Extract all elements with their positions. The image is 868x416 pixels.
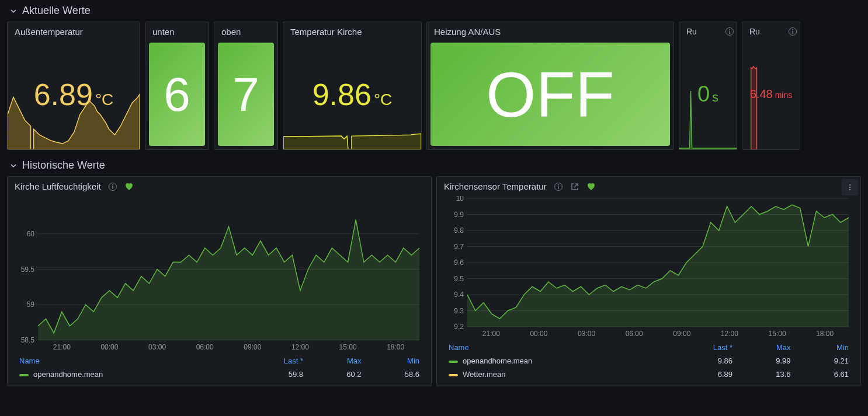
legend-value: 9.86: [668, 354, 737, 368]
section-header-current[interactable]: Aktuelle Werte: [0, 0, 868, 22]
legend-row[interactable]: openandhome.mean59.860.258.6: [15, 368, 424, 381]
series-swatch: [449, 374, 458, 376]
svg-text:9.7: 9.7: [454, 243, 464, 251]
legend-header[interactable]: Min: [796, 341, 853, 354]
heating-value: OFF: [430, 43, 670, 146]
chart-plot-temperature[interactable]: 9.29.39.49.59.69.79.89.91021:0000:0003:0…: [444, 196, 853, 338]
svg-text:18:00: 18:00: [387, 343, 404, 351]
panel-title: Außentemperatur: [8, 22, 140, 39]
legend-value: 6.89: [668, 368, 737, 381]
svg-text:58.5: 58.5: [21, 336, 35, 344]
svg-text:9.5: 9.5: [454, 275, 464, 283]
panel-title: Ru: [742, 22, 800, 39]
series-swatch: [19, 374, 29, 376]
legend-header[interactable]: Min: [366, 354, 424, 368]
svg-point-7: [112, 184, 113, 186]
historic-row: Kirche Luftfeuchtigkeit 58.55959.56021:0…: [0, 176, 868, 386]
kirche-temp-value: 9.86: [313, 77, 371, 112]
ru2-title: Ru: [749, 27, 760, 36]
outside-temp-value: 6.89: [34, 77, 93, 112]
chart-plot-humidity[interactable]: 58.55959.56021:0000:0003:0006:0009:0012:…: [15, 196, 424, 352]
info-icon[interactable]: [725, 27, 734, 36]
legend-header[interactable]: Name: [15, 354, 238, 368]
svg-text:03:00: 03:00: [578, 330, 595, 338]
panel-title: Heizung AN/AUS: [427, 22, 673, 39]
section-title: Aktuelle Werte: [22, 5, 91, 17]
chart-title: Kirchensensor Temperatur: [444, 181, 547, 191]
legend-header[interactable]: Name: [444, 341, 668, 354]
panel-title: Ru: [679, 22, 737, 39]
svg-text:06:00: 06:00: [196, 343, 214, 351]
svg-text:18:00: 18:00: [816, 330, 834, 338]
series-name: Wetter.mean: [463, 370, 505, 379]
legend-value: 60.2: [308, 368, 366, 381]
legend-value: 6.61: [796, 368, 853, 381]
panel-ru2[interactable]: Ru 6.48 mins: [742, 22, 800, 150]
legend-table-humidity: NameLast *MaxMin openandhome.mean59.860.…: [15, 354, 424, 381]
svg-point-29: [558, 184, 559, 186]
panel-kirche-temp[interactable]: Temperatur Kirche 9.86 °C: [283, 22, 422, 150]
panel-humidity-chart[interactable]: Kirche Luftfeuchtigkeit 58.55959.56021:0…: [7, 176, 432, 386]
svg-text:15:00: 15:00: [339, 343, 357, 351]
legend-header[interactable]: Last *: [668, 341, 737, 354]
legend-header[interactable]: Max: [308, 354, 366, 368]
svg-text:03:00: 03:00: [148, 343, 166, 351]
info-icon[interactable]: [788, 27, 797, 36]
ru2-unit: mins: [775, 90, 793, 100]
panel-title: Temperatur Kirche: [283, 22, 421, 39]
svg-point-27: [849, 189, 850, 190]
panel-temperature-chart[interactable]: Kirchensensor Temperatur 9.29.39.49.59.6…: [436, 176, 861, 386]
section-title: Historische Werte: [22, 159, 105, 172]
svg-text:06:00: 06:00: [626, 330, 643, 338]
legend-table-temperature: NameLast *MaxMin openandhome.mean9.869.9…: [444, 341, 853, 381]
legend-header[interactable]: Max: [737, 341, 795, 354]
heart-icon[interactable]: [586, 182, 596, 191]
svg-text:9.6: 9.6: [454, 258, 464, 267]
info-icon[interactable]: [108, 182, 117, 191]
outside-temp-unit: °C: [95, 90, 113, 109]
info-icon[interactable]: [554, 182, 563, 191]
legend-value: 9.21: [796, 354, 853, 368]
svg-text:21:00: 21:00: [482, 330, 500, 338]
svg-text:60: 60: [27, 230, 35, 238]
svg-text:9.4: 9.4: [454, 291, 464, 299]
legend-header[interactable]: Last *: [238, 354, 308, 368]
svg-rect-8: [112, 186, 113, 189]
series-name: openandhome.mean: [33, 370, 103, 379]
ru1-value: 0: [697, 82, 710, 107]
legend-row[interactable]: Wetter.mean6.8913.66.61: [444, 368, 853, 381]
svg-text:9.8: 9.8: [454, 226, 464, 235]
panel-oben[interactable]: oben 7: [214, 22, 278, 150]
svg-text:09:00: 09:00: [244, 343, 261, 351]
legend-value: 9.99: [737, 354, 795, 368]
svg-rect-5: [792, 31, 793, 34]
ru1-title: Ru: [686, 27, 697, 36]
svg-text:9.3: 9.3: [454, 307, 464, 315]
svg-text:09:00: 09:00: [673, 330, 690, 338]
chevron-down-icon: [9, 7, 18, 15]
svg-text:10: 10: [456, 196, 464, 202]
panel-heating[interactable]: Heizung AN/AUS OFF: [426, 22, 674, 150]
svg-point-25: [849, 184, 850, 186]
svg-text:21:00: 21:00: [53, 343, 71, 351]
svg-text:12:00: 12:00: [291, 343, 309, 351]
svg-text:15:00: 15:00: [769, 330, 786, 338]
series-name: openandhome.mean: [463, 356, 532, 365]
oben-value: 7: [218, 43, 274, 146]
unten-value: 6: [149, 43, 205, 146]
legend-value: 58.6: [366, 368, 424, 381]
series-swatch: [449, 361, 458, 363]
panel-outside-temp[interactable]: Außentemperatur 6.89 °C: [7, 22, 140, 150]
panel-ru1[interactable]: Ru 0 s: [679, 22, 737, 150]
heart-icon[interactable]: [124, 182, 134, 191]
panel-menu-button[interactable]: [842, 179, 858, 195]
panel-title: oben: [214, 22, 277, 39]
svg-text:59.5: 59.5: [21, 265, 35, 274]
section-header-historic[interactable]: Historische Werte: [0, 155, 868, 176]
panel-unten[interactable]: unten 6: [145, 22, 209, 150]
panel-title: unten: [145, 22, 209, 39]
legend-row[interactable]: openandhome.mean9.869.999.21: [444, 354, 853, 368]
external-link-icon[interactable]: [570, 182, 579, 191]
chart-title: Kirche Luftfeuchtigkeit: [15, 181, 101, 191]
svg-text:00:00: 00:00: [100, 343, 118, 351]
